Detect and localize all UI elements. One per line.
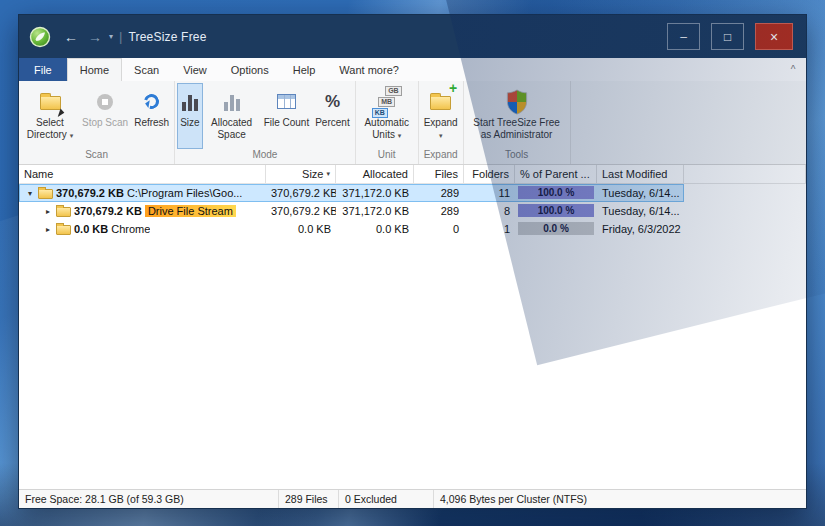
status-bar: Free Space: 28.1 GB (of 59.3 GB) 289 Fil…: [19, 489, 806, 508]
refresh-button[interactable]: Refresh: [131, 83, 172, 149]
expander-icon[interactable]: ▾: [25, 189, 35, 198]
stop-scan-button[interactable]: Stop Scan: [79, 83, 131, 149]
size-cell: 0.0 KB: [266, 223, 336, 235]
ribbon-group-mode: Size Allocated Space File Count % Percen…: [175, 81, 356, 164]
percent-bar-track: 0.0 %: [518, 222, 594, 235]
size-bars-icon: [182, 88, 198, 115]
mode-allocated-label: Allocated Space: [206, 117, 258, 141]
name-cell: ▾ 370,679.2 KB C:\Program Files\Goo...: [19, 187, 266, 199]
percent-cell: 0.0 %: [515, 220, 597, 238]
percent-cell: 100.0 %: [515, 184, 597, 202]
mode-file-count-label: File Count: [264, 117, 310, 129]
size-cell: 370,679.2 KB: [266, 205, 336, 217]
mode-file-count-button[interactable]: File Count: [261, 83, 313, 149]
badge-gb: GB: [385, 86, 402, 96]
tab-help[interactable]: Help: [281, 58, 328, 81]
units-badges-icon: GB MB KB: [372, 88, 402, 115]
expand-folder-icon: +: [430, 88, 451, 115]
expander-icon[interactable]: ▸: [43, 225, 53, 234]
dropdown-caret-icon: ▾: [70, 132, 74, 139]
allocated-bars-icon: [224, 88, 240, 115]
files-cell: 0: [414, 223, 464, 235]
desktop-wallpaper: ← → ▾ | TreeSize Free – □ × File Home Sc…: [0, 0, 825, 526]
ribbon-collapse-icon[interactable]: ^: [780, 58, 806, 81]
column-header-files[interactable]: Files: [414, 165, 464, 183]
table-row-drive-file-stream[interactable]: ▸ 370,679.2 KB Drive File Stream 370,679…: [19, 202, 684, 220]
run-as-administrator-button[interactable]: Start TreeSize Freeas Administrator: [466, 83, 568, 149]
admin-label-line2: as Administrator: [481, 129, 553, 140]
sort-caret-icon: ▾: [326, 170, 330, 178]
modified-cell: Friday, 6/3/2022: [597, 223, 684, 235]
select-directory-icon: [40, 88, 61, 115]
column-header-modified[interactable]: Last Modified: [597, 165, 684, 183]
close-button[interactable]: ×: [755, 23, 793, 50]
size-cell: 370,679.2 KB: [266, 187, 336, 199]
row-name: Drive File Stream: [145, 205, 236, 217]
mode-size-button[interactable]: Size: [177, 83, 202, 149]
refresh-label: Refresh: [134, 117, 169, 129]
folder-icon: [56, 225, 71, 235]
group-label-tools: Tools: [466, 149, 568, 164]
ribbon-group-scan: Select Directory ▾ Stop Scan Refresh Sca…: [19, 81, 175, 164]
column-header-name[interactable]: Name: [19, 165, 266, 183]
ribbon-group-expand: + Expand▾ Expand: [419, 81, 464, 164]
tab-scan[interactable]: Scan: [122, 58, 171, 81]
tab-home[interactable]: Home: [67, 58, 122, 81]
percent-cell: 100.0 %: [515, 202, 597, 220]
quick-access-caret-icon[interactable]: ▾: [109, 32, 113, 41]
badge-kb: KB: [372, 108, 388, 118]
mode-percent-button[interactable]: % Percent: [312, 83, 352, 149]
tab-want-more[interactable]: Want more?: [327, 58, 411, 81]
file-list-empty-area[interactable]: [19, 238, 806, 489]
nav-forward-icon[interactable]: →: [88, 29, 102, 45]
table-row-program-files[interactable]: ▾ 370,679.2 KB C:\Program Files\Goo... 3…: [19, 184, 684, 202]
titlebar[interactable]: ← → ▾ | TreeSize Free – □ ×: [19, 15, 806, 58]
column-header-allocated[interactable]: Allocated: [336, 165, 414, 183]
admin-label-line1: Start TreeSize Free: [473, 117, 560, 128]
nav-back-icon[interactable]: ←: [64, 29, 78, 45]
refresh-icon: [144, 88, 159, 115]
name-cell: ▸ 370,679.2 KB Drive File Stream: [19, 205, 266, 217]
status-file-count: 289 Files: [279, 490, 339, 508]
folders-cell: 11: [464, 187, 515, 199]
badge-mb: MB: [378, 97, 395, 107]
name-cell: ▸ 0.0 KB Chrome: [19, 223, 266, 235]
mode-allocated-space-button[interactable]: Allocated Space: [203, 83, 261, 149]
status-free-space: Free Space: 28.1 GB (of 59.3 GB): [19, 490, 279, 508]
row-size-label: 370,679.2 KB: [56, 187, 124, 199]
folder-icon: [56, 207, 71, 217]
expand-button[interactable]: + Expand▾: [421, 83, 461, 149]
admin-shield-icon: [505, 88, 529, 115]
automatic-units-button[interactable]: GB MB KB Automatic Units ▾: [358, 83, 416, 149]
treesize-window: ← → ▾ | TreeSize Free – □ × File Home Sc…: [18, 14, 807, 509]
minimize-button[interactable]: –: [667, 23, 700, 50]
stop-scan-icon: [97, 88, 113, 115]
tab-options[interactable]: Options: [219, 58, 281, 81]
window-title: TreeSize Free: [128, 30, 206, 44]
treesize-app-icon[interactable]: [29, 26, 51, 48]
status-cluster-size: 4,096 Bytes per Cluster (NTFS): [434, 490, 806, 508]
maximize-button[interactable]: □: [711, 23, 744, 50]
titlebar-divider: |: [119, 29, 122, 44]
percent-bar-track: 100.0 %: [518, 186, 594, 199]
tab-file[interactable]: File: [19, 58, 67, 81]
stop-scan-label: Stop Scan: [82, 117, 128, 129]
percent-text: 100.0 %: [518, 204, 594, 217]
column-header-blank: [684, 165, 806, 183]
mode-percent-label: Percent: [315, 117, 349, 129]
expander-icon[interactable]: ▸: [43, 207, 53, 216]
column-header-size[interactable]: Size▾: [266, 165, 336, 183]
select-directory-label: Select Directory: [27, 117, 67, 140]
ribbon-group-unit: GB MB KB Automatic Units ▾ Unit: [356, 81, 419, 164]
table-row-chrome[interactable]: ▸ 0.0 KB Chrome 0.0 KB 0.0 KB 0 1 0.0 % …: [19, 220, 684, 238]
allocated-cell: 0.0 KB: [336, 223, 414, 235]
ribbon-group-tools: Start TreeSize Freeas Administrator Tool…: [464, 81, 571, 164]
select-directory-button[interactable]: Select Directory ▾: [21, 83, 79, 149]
column-header-folders[interactable]: Folders: [464, 165, 515, 183]
row-size-label: 370,679.2 KB: [74, 205, 142, 217]
tab-view[interactable]: View: [171, 58, 219, 81]
column-header-percent[interactable]: % of Parent ...: [515, 165, 597, 183]
percent-text: 100.0 %: [518, 186, 594, 199]
group-label-unit: Unit: [358, 149, 416, 164]
column-header-row: Name Size▾ Allocated Files Folders % of …: [19, 165, 806, 184]
